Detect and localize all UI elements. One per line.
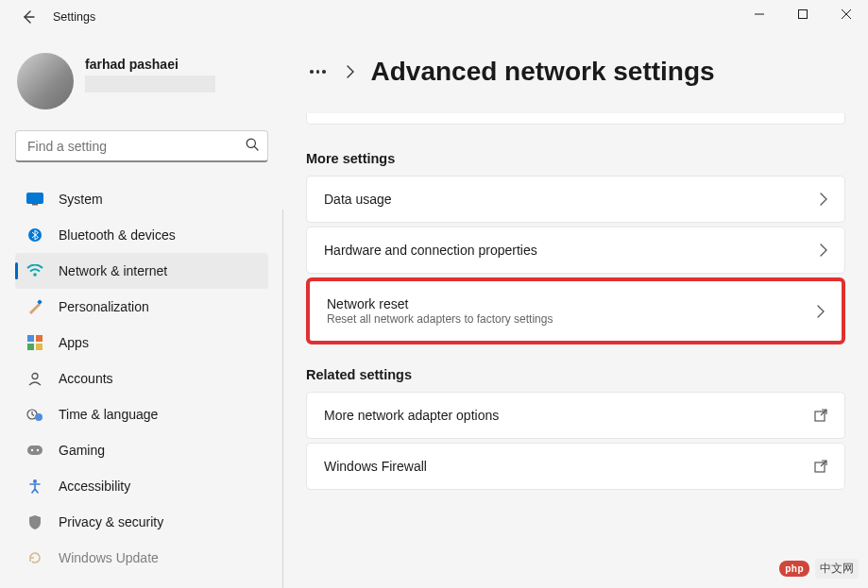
shield-icon [26,513,43,530]
nav-label: Apps [59,335,89,350]
minimize-button[interactable] [738,0,781,28]
avatar [17,53,74,109]
sidebar-item-accounts[interactable]: Accounts [15,361,268,396]
watermark-badge: php [779,561,809,577]
sidebar-item-bluetooth[interactable]: Bluetooth & devices [15,217,268,253]
sidebar-item-apps[interactable]: Apps [15,325,268,361]
sidebar-item-system[interactable]: System [15,181,268,217]
card-subtitle: Reset all network adapters to factory se… [327,312,553,326]
watermark: php 中文网 [779,559,859,579]
chevron-right-icon [817,305,825,318]
minimize-icon [755,9,764,19]
svg-point-9 [33,273,37,277]
person-icon [26,370,43,387]
chevron-right-icon [347,65,354,78]
svg-line-5 [254,146,258,150]
sidebar-item-time-language[interactable]: Time & language [15,396,268,432]
nav-label: Network & internet [59,263,167,278]
nav-label: Bluetooth & devices [59,227,176,243]
sidebar-item-privacy[interactable]: Privacy & security [15,504,268,540]
section-title-related-settings: Related settings [306,367,845,382]
sidebar-item-personalization[interactable]: Personalization [15,289,268,325]
sidebar: farhad pashaei System Bluetooth & device… [0,34,283,588]
chevron-right-icon [820,244,827,257]
gamepad-icon [26,442,43,459]
card-title: Network reset [327,296,553,311]
breadcrumb-more-button[interactable] [306,66,330,77]
close-button[interactable] [825,0,868,28]
breadcrumb: Advanced network settings [306,57,845,87]
svg-rect-11 [27,335,34,342]
chevron-right-icon [820,193,827,206]
nav-label: Windows Update [59,550,159,565]
sidebar-item-network[interactable]: Network & internet [15,253,268,289]
svg-rect-12 [36,335,43,342]
card-title: Windows Firewall [324,459,427,474]
nav-label: Time & language [59,407,158,422]
svg-rect-7 [32,204,38,206]
card-more-adapter-options[interactable]: More network adapter options [306,392,845,439]
wifi-icon [26,262,43,279]
profile-name: farhad pashaei [85,57,215,72]
bluetooth-icon [26,227,43,244]
card-title: Data usage [324,192,392,207]
svg-point-20 [37,449,39,451]
system-icon [26,191,43,208]
card-network-reset[interactable]: Network reset Reset all network adapters… [306,277,845,344]
nav-label: Gaming [59,443,105,458]
brush-icon [26,298,43,315]
nav-label: Accessibility [59,479,130,494]
svg-rect-6 [27,193,43,204]
svg-rect-10 [37,299,43,305]
card-stub [306,113,845,125]
maximize-button[interactable] [781,0,825,28]
card-title: Hardware and connection properties [324,243,537,258]
external-link-icon [814,460,827,473]
sidebar-item-gaming[interactable]: Gaming [15,432,268,468]
close-icon [842,9,851,19]
section-title-more-settings: More settings [306,151,845,166]
profile-email-redacted [85,76,215,92]
nav-label: Accounts [59,371,113,386]
sidebar-item-accessibility[interactable]: Accessibility [15,468,268,504]
svg-rect-14 [36,344,43,350]
nav-label: System [59,192,103,207]
svg-point-19 [31,449,33,451]
back-arrow-icon [21,9,36,25]
window-title: Settings [53,10,95,24]
back-button[interactable] [17,6,40,28]
sidebar-divider [282,210,283,588]
card-hardware-properties[interactable]: Hardware and connection properties [306,227,845,274]
update-icon [26,549,43,566]
sidebar-item-windows-update[interactable]: Windows Update [15,540,268,576]
watermark-text: 中文网 [815,559,859,579]
nav-label: Personalization [59,299,149,314]
main-content: Advanced network settings More settings … [283,34,868,588]
page-title: Advanced network settings [371,57,715,87]
svg-rect-1 [799,10,808,19]
card-data-usage[interactable]: Data usage [306,176,845,223]
search-icon [246,138,259,155]
apps-icon [26,334,43,351]
profile-block[interactable]: farhad pashaei [15,49,272,113]
maximize-icon [798,9,808,19]
external-link-icon [814,409,827,422]
svg-point-17 [35,413,43,421]
clock-globe-icon [26,406,43,423]
svg-rect-18 [27,445,43,455]
card-title: More network adapter options [324,408,499,423]
accessibility-icon [26,478,43,495]
svg-point-15 [32,374,38,379]
card-windows-firewall[interactable]: Windows Firewall [306,443,845,490]
nav-label: Privacy & security [59,514,163,529]
svg-rect-13 [27,344,34,350]
svg-point-21 [33,479,37,483]
search-input[interactable] [15,130,268,162]
